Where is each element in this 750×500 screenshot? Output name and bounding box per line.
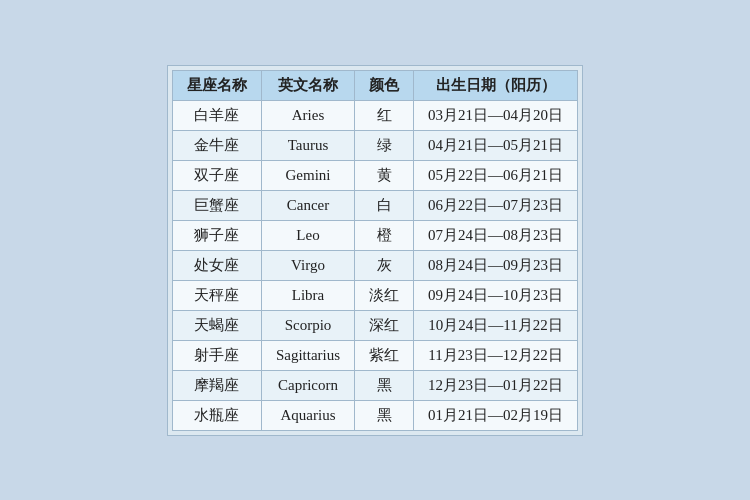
cell-chinese: 水瓶座	[172, 400, 261, 430]
cell-color: 绿	[355, 130, 414, 160]
cell-date: 12月23日—01月22日	[414, 370, 578, 400]
cell-english: Scorpio	[261, 310, 354, 340]
table-row: 天蝎座Scorpio深红10月24日—11月22日	[172, 310, 577, 340]
cell-date: 04月21日—05月21日	[414, 130, 578, 160]
table-header-row: 星座名称 英文名称 颜色 出生日期（阳历）	[172, 70, 577, 100]
cell-date: 07月24日—08月23日	[414, 220, 578, 250]
cell-chinese: 金牛座	[172, 130, 261, 160]
table-row: 狮子座Leo橙07月24日—08月23日	[172, 220, 577, 250]
cell-english: Gemini	[261, 160, 354, 190]
cell-color: 白	[355, 190, 414, 220]
table-row: 金牛座Taurus绿04月21日—05月21日	[172, 130, 577, 160]
table-row: 摩羯座Capricorn黑12月23日—01月22日	[172, 370, 577, 400]
cell-color: 橙	[355, 220, 414, 250]
cell-color: 黑	[355, 370, 414, 400]
header-color: 颜色	[355, 70, 414, 100]
table-row: 处女座Virgo灰08月24日—09月23日	[172, 250, 577, 280]
cell-chinese: 巨蟹座	[172, 190, 261, 220]
cell-color: 灰	[355, 250, 414, 280]
cell-date: 08月24日—09月23日	[414, 250, 578, 280]
header-english-name: 英文名称	[261, 70, 354, 100]
cell-english: Leo	[261, 220, 354, 250]
cell-english: Libra	[261, 280, 354, 310]
zodiac-table: 星座名称 英文名称 颜色 出生日期（阳历） 白羊座Aries红03月21日—04…	[172, 70, 578, 431]
cell-chinese: 双子座	[172, 160, 261, 190]
table-row: 白羊座Aries红03月21日—04月20日	[172, 100, 577, 130]
header-chinese-name: 星座名称	[172, 70, 261, 100]
cell-date: 09月24日—10月23日	[414, 280, 578, 310]
cell-english: Cancer	[261, 190, 354, 220]
table-row: 射手座Sagittarius紫红11月23日—12月22日	[172, 340, 577, 370]
cell-color: 黄	[355, 160, 414, 190]
table-row: 天秤座Libra淡红09月24日—10月23日	[172, 280, 577, 310]
cell-date: 03月21日—04月20日	[414, 100, 578, 130]
table-row: 水瓶座Aquarius黑01月21日—02月19日	[172, 400, 577, 430]
table-body: 白羊座Aries红03月21日—04月20日金牛座Taurus绿04月21日—0…	[172, 100, 577, 430]
cell-chinese: 白羊座	[172, 100, 261, 130]
cell-date: 05月22日—06月21日	[414, 160, 578, 190]
table-row: 巨蟹座Cancer白06月22日—07月23日	[172, 190, 577, 220]
cell-color: 深红	[355, 310, 414, 340]
table-container: 星座名称 英文名称 颜色 出生日期（阳历） 白羊座Aries红03月21日—04…	[167, 65, 583, 436]
cell-english: Virgo	[261, 250, 354, 280]
cell-english: Capricorn	[261, 370, 354, 400]
cell-english: Aries	[261, 100, 354, 130]
cell-chinese: 天蝎座	[172, 310, 261, 340]
cell-color: 紫红	[355, 340, 414, 370]
header-date: 出生日期（阳历）	[414, 70, 578, 100]
cell-color: 红	[355, 100, 414, 130]
cell-english: Taurus	[261, 130, 354, 160]
cell-date: 11月23日—12月22日	[414, 340, 578, 370]
cell-chinese: 处女座	[172, 250, 261, 280]
cell-date: 01月21日—02月19日	[414, 400, 578, 430]
cell-chinese: 狮子座	[172, 220, 261, 250]
cell-english: Sagittarius	[261, 340, 354, 370]
cell-color: 淡红	[355, 280, 414, 310]
cell-english: Aquarius	[261, 400, 354, 430]
table-row: 双子座Gemini黄05月22日—06月21日	[172, 160, 577, 190]
cell-date: 06月22日—07月23日	[414, 190, 578, 220]
cell-date: 10月24日—11月22日	[414, 310, 578, 340]
cell-chinese: 摩羯座	[172, 370, 261, 400]
cell-color: 黑	[355, 400, 414, 430]
cell-chinese: 天秤座	[172, 280, 261, 310]
cell-chinese: 射手座	[172, 340, 261, 370]
